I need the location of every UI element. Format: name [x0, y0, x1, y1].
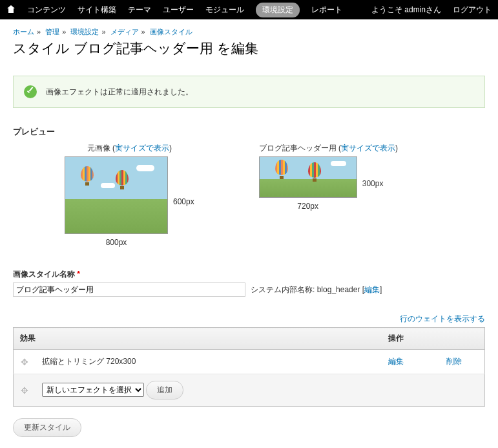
- preview-original: 元画像 (実サイズで表示) 800px 600px: [65, 143, 194, 247]
- style-name-field: 画像スタイル名称 * システム内部名称: blog_header [編集]: [13, 269, 485, 297]
- preview-styled: ブログ記事ヘッダー用 (実サイズで表示) 720px 300px: [259, 143, 398, 247]
- preview-styled-image: [259, 156, 357, 198]
- toolbar-welcome[interactable]: ようこそ adminさん: [371, 5, 441, 16]
- machine-name-edit-link[interactable]: 編集: [364, 285, 380, 294]
- show-row-weights-link[interactable]: 行のウェイトを表示する: [400, 314, 485, 323]
- preview-original-height: 600px: [173, 197, 194, 206]
- effect-edit-link[interactable]: 編集: [388, 357, 404, 366]
- breadcrumb-image-styles[interactable]: 画像スタイル: [150, 28, 192, 36]
- preview-heading: プレビュー: [13, 126, 485, 138]
- home-icon: [6, 5, 16, 13]
- home-icon-link[interactable]: [6, 5, 16, 15]
- col-effect: 効果: [14, 328, 382, 350]
- col-ops: 操作: [382, 328, 485, 350]
- breadcrumb-config[interactable]: 環境設定: [70, 28, 99, 36]
- preview-original-width: 800px: [65, 238, 168, 247]
- admin-toolbar: コンテンツ サイト構築 テーマ ユーザー モジュール 環境設定 レポート ようこ…: [0, 0, 498, 19]
- preview-original-label: 元画像: [87, 144, 110, 153]
- preview-section: 元画像 (実サイズで表示) 800px 600px ブログ記事ヘッダー: [13, 143, 485, 247]
- style-name-label: 画像スタイル名称 *: [13, 269, 485, 280]
- toolbar-item-config[interactable]: 環境設定: [256, 3, 300, 17]
- preview-styled-actual-link[interactable]: 実サイズで表示: [341, 144, 395, 153]
- preview-styled-height: 300px: [362, 179, 384, 188]
- add-effect-row: ✥ 新しいエフェクトを選択 追加: [14, 374, 485, 407]
- toolbar-item-reports[interactable]: レポート: [311, 5, 342, 16]
- status-message-text: 画像エフェクトは正常に適用されました。: [46, 87, 193, 98]
- new-effect-select[interactable]: 新しいエフェクトを選択: [42, 383, 144, 397]
- effects-table: 効果 操作 ✥ 拡縮とトリミング 720x300 編集 削除 ✥ 新しいエフェク…: [13, 327, 485, 407]
- preview-styled-width: 720px: [259, 202, 357, 211]
- update-style-button[interactable]: 更新スタイル: [13, 418, 81, 437]
- toolbar-item-content[interactable]: コンテンツ: [27, 5, 66, 16]
- status-message: 画像エフェクトは正常に適用されました。: [13, 76, 485, 108]
- check-icon: [24, 85, 37, 98]
- preview-original-image: [65, 156, 168, 234]
- preview-original-actual-link[interactable]: 実サイズで表示: [115, 144, 169, 153]
- effect-row: ✥ 拡縮とトリミング 720x300 編集 削除: [14, 350, 485, 374]
- toolbar-item-structure[interactable]: サイト構築: [78, 5, 116, 16]
- drag-handle-icon[interactable]: ✥: [20, 385, 29, 396]
- required-marker: *: [77, 270, 80, 279]
- toolbar-item-theme[interactable]: テーマ: [128, 5, 151, 16]
- toolbar-item-users[interactable]: ユーザー: [163, 5, 194, 16]
- breadcrumb-media[interactable]: メディア: [110, 28, 139, 36]
- style-name-input[interactable]: [13, 283, 245, 297]
- preview-styled-label: ブログ記事ヘッダー用: [259, 144, 337, 153]
- add-effect-button[interactable]: 追加: [146, 381, 183, 400]
- page-title: スタイル ブログ記事ヘッダー用 を編集: [13, 39, 485, 58]
- machine-name: システム内部名称: blog_header [編集]: [251, 284, 382, 295]
- toolbar-logout[interactable]: ログアウト: [453, 5, 492, 16]
- effect-delete-link[interactable]: 削除: [446, 357, 462, 366]
- drag-handle-icon[interactable]: ✥: [20, 357, 29, 367]
- toolbar-item-modules[interactable]: モジュール: [205, 5, 244, 16]
- breadcrumb-home[interactable]: ホーム: [13, 28, 34, 36]
- breadcrumb: ホーム» 管理» 環境設定» メディア» 画像スタイル: [13, 27, 485, 37]
- breadcrumb-admin[interactable]: 管理: [45, 28, 59, 36]
- effect-name: 拡縮とトリミング 720x300: [36, 350, 382, 374]
